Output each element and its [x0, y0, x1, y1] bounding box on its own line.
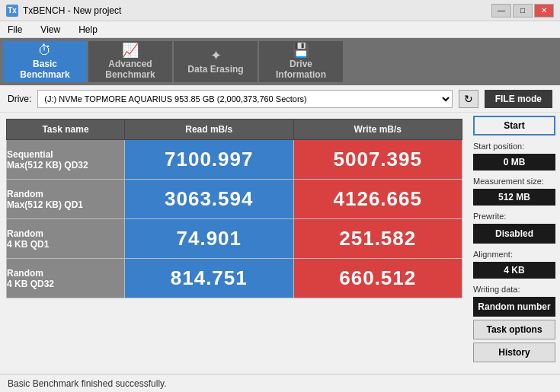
col-read: Read mB/s: [125, 120, 294, 140]
data-erasing-label: Data Erasing: [187, 64, 243, 75]
basic-benchmark-label: BasicBenchmark: [20, 59, 69, 81]
app-icon: Tx: [6, 5, 18, 17]
table-row: SequentialMax(512 KB) QD32 7100.997 5007…: [7, 140, 462, 180]
measurement-size-label: Measurement size:: [473, 177, 555, 186]
window-controls: — □ ✕: [491, 4, 554, 18]
prewrite-value[interactable]: Disabled: [473, 224, 555, 244]
prewrite-label: Prewrite:: [473, 212, 555, 221]
data-erasing-icon: ✦: [210, 49, 222, 62]
read-value-2: 74.901: [125, 219, 294, 259]
status-text: Basic Benchmark finished successfully.: [8, 378, 167, 389]
file-mode-button[interactable]: FILE mode: [485, 90, 552, 108]
title-bar: Tx TxBENCH - New project — □ ✕: [0, 0, 560, 21]
writing-data-value[interactable]: Random number: [473, 297, 555, 317]
task-name-1: RandomMax(512 KB) QD1: [7, 180, 125, 219]
menu-bar: File View Help: [0, 21, 560, 38]
write-value-1: 4126.665: [293, 180, 462, 219]
drive-information-icon: 💾: [293, 43, 309, 57]
write-value-2: 251.582: [293, 219, 462, 259]
maximize-button[interactable]: □: [513, 4, 533, 18]
alignment-value: 4 KB: [473, 262, 555, 279]
drive-row: Drive: (J:) NVMe TOPMORE AQUARIUS 953.85…: [0, 85, 560, 113]
measurement-size-value: 512 MB: [473, 189, 555, 206]
tab-advanced-benchmark[interactable]: 📈 AdvancedBenchmark: [88, 41, 172, 82]
benchmark-table: Task name Read mB/s Write mB/s Sequentia…: [6, 119, 462, 298]
task-name-3: Random4 KB QD32: [7, 259, 125, 298]
menu-help[interactable]: Help: [75, 23, 101, 37]
tab-drive-information[interactable]: 💾 DriveInformation: [259, 41, 343, 82]
tab-data-erasing[interactable]: ✦ Data Erasing: [174, 41, 258, 82]
write-value-0: 5007.395: [293, 140, 462, 180]
read-value-0: 7100.997: [125, 140, 294, 180]
drive-information-label: DriveInformation: [276, 59, 326, 81]
drive-label: Drive:: [8, 94, 31, 104]
table-row: RandomMax(512 KB) QD1 3063.594 4126.665: [7, 180, 462, 219]
task-name-0: SequentialMax(512 KB) QD32: [7, 140, 125, 180]
tab-basic-benchmark[interactable]: ⏱ BasicBenchmark: [3, 41, 87, 82]
minimize-button[interactable]: —: [491, 4, 511, 18]
col-write: Write mB/s: [293, 120, 462, 140]
advanced-benchmark-icon: 📈: [122, 43, 139, 57]
table-row: Random4 KB QD1 74.901 251.582: [7, 219, 462, 259]
table-row: Random4 KB QD32 814.751 660.512: [7, 259, 462, 298]
window-title: TxBENCH - New project: [23, 5, 121, 16]
basic-benchmark-icon: ⏱: [38, 43, 52, 57]
menu-file[interactable]: File: [5, 23, 25, 37]
col-task-name: Task name: [7, 120, 125, 140]
close-button[interactable]: ✕: [534, 4, 554, 18]
history-button[interactable]: History: [473, 343, 555, 362]
read-value-3: 814.751: [125, 259, 294, 298]
task-options-button[interactable]: Task options: [473, 320, 555, 339]
read-value-1: 3063.594: [125, 180, 294, 219]
status-bar: Basic Benchmark finished successfully.: [0, 374, 560, 392]
task-name-2: Random4 KB QD1: [7, 219, 125, 259]
start-button[interactable]: Start: [473, 116, 555, 135]
advanced-benchmark-label: AdvancedBenchmark: [105, 59, 155, 81]
drive-refresh-button[interactable]: ↻: [459, 90, 478, 108]
writing-data-label: Writing data:: [473, 285, 555, 294]
menu-view[interactable]: View: [37, 23, 63, 37]
drive-select[interactable]: (J:) NVMe TOPMORE AQUARIUS 953.85 GB (2,…: [37, 90, 452, 108]
toolbar: ⏱ BasicBenchmark 📈 AdvancedBenchmark ✦ D…: [0, 38, 560, 85]
start-position-value: 0 MB: [473, 154, 555, 171]
main-content: Task name Read mB/s Write mB/s Sequentia…: [0, 113, 560, 374]
table-area: Task name Read mB/s Write mB/s Sequentia…: [0, 113, 469, 374]
right-panel: Start Start position: 0 MB Measurement s…: [469, 113, 560, 374]
write-value-3: 660.512: [293, 259, 462, 298]
start-position-label: Start position:: [473, 142, 555, 151]
alignment-label: Alignment:: [473, 250, 555, 259]
